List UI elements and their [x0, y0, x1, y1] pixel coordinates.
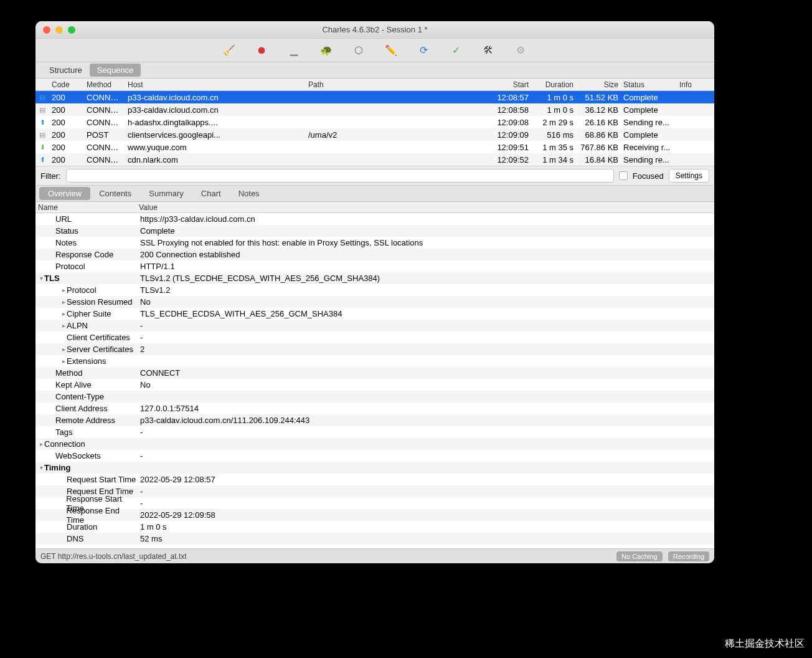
overview-row[interactable]: ▸Cipher SuiteTLS_ECDHE_ECDSA_WITH_AES_25…	[35, 308, 714, 320]
overview-row[interactable]: Kept AliveNo	[35, 379, 714, 391]
turtle-icon[interactable]: 🐢	[321, 45, 332, 56]
maximize-icon[interactable]	[68, 26, 75, 34]
overview-row[interactable]: URLhttps://p33-caldav.icloud.com.cn	[35, 213, 714, 225]
cell-method: CONNECT	[84, 143, 125, 152]
check-icon[interactable]: ✓	[450, 45, 461, 56]
overview-row[interactable]: ▾TLSTLSv1.2 (TLS_ECDHE_ECDSA_WITH_AES_25…	[35, 272, 714, 284]
tab-sequence[interactable]: Sequence	[90, 64, 141, 77]
cell-host: h-adashx.dingtalkapps....	[125, 118, 306, 127]
overview-row[interactable]: Response Start Time-	[35, 497, 714, 509]
disclosure-icon[interactable]: ▸	[38, 441, 44, 447]
cell-status: Sending re...	[621, 155, 677, 164]
table-row[interactable]: ▤200CONNECTp33-caldav.icloud.com.cn12:08…	[35, 103, 714, 116]
col-size[interactable]: Size	[576, 80, 621, 89]
refresh-icon[interactable]: ⟳	[418, 45, 429, 56]
close-icon[interactable]	[43, 26, 50, 34]
cell-status: Receiving r...	[621, 143, 677, 152]
overview-row[interactable]: MethodCONNECT	[35, 367, 714, 379]
overview-row[interactable]: Request Start Time2022-05-29 12:08:57	[35, 474, 714, 485]
disclosure-icon[interactable]: ▸	[60, 310, 67, 317]
titlebar: Charles 4.6.3b2 - Session 1 *	[35, 21, 714, 39]
hex-icon[interactable]: ⬡	[353, 45, 364, 56]
overview-row[interactable]: DNS52 ms	[35, 533, 714, 545]
table-row[interactable]: ▤200CONNECTp33-caldav.icloud.com.cn12:08…	[35, 91, 714, 103]
col-code[interactable]: Code	[49, 80, 84, 89]
disclosure-icon[interactable]: ▸	[60, 346, 67, 353]
tool-icon[interactable]: 🛠	[483, 45, 494, 56]
row-icon: ⬆	[35, 156, 49, 164]
cell-method: CONNECT	[84, 105, 125, 115]
col-path[interactable]: Path	[306, 80, 486, 89]
record-icon[interactable]: ⏺	[256, 45, 267, 56]
cell-method: CONNECT	[84, 93, 125, 102]
overview-row[interactable]: ProtocolHTTP/1.1	[35, 260, 714, 272]
table-row[interactable]: ⬆200CONNECTcdn.nlark.com12:09:521 m 34 s…	[35, 153, 714, 166]
tab-notes[interactable]: Notes	[230, 187, 268, 200]
overview-row[interactable]: Response End Time2022-05-29 12:09:58	[35, 509, 714, 521]
overview-row[interactable]: ▸Extensions	[35, 355, 714, 367]
overview-row[interactable]: Request End Time-	[35, 485, 714, 497]
ov-value: CONNECT	[136, 368, 714, 378]
cell-size: 16.84 KB	[576, 155, 621, 164]
filter-input[interactable]	[66, 169, 614, 183]
ov-col-value[interactable]: Value	[136, 203, 714, 212]
overview-row[interactable]: Client Address127.0.0.1:57514	[35, 403, 714, 414]
table-row[interactable]: ⬇200CONNECTwww.yuque.com12:09:511 m 35 s…	[35, 141, 714, 153]
overview-row[interactable]: Client Certificates-	[35, 331, 714, 343]
overview-row[interactable]: NotesSSL Proxying not enabled for this h…	[35, 237, 714, 249]
throttle-icon[interactable]: ▁	[288, 45, 300, 56]
tab-overview[interactable]: Overview	[39, 187, 90, 200]
gear-icon[interactable]: ⚙	[515, 45, 526, 56]
disclosure-icon[interactable]: ▸	[60, 322, 67, 329]
overview-row[interactable]: ▸Connection	[35, 438, 714, 450]
tab-summary[interactable]: Summary	[140, 187, 192, 200]
disclosure-icon[interactable]: ▾	[38, 275, 44, 282]
wand-icon[interactable]: ✏️	[385, 45, 397, 56]
settings-button[interactable]: Settings	[669, 169, 709, 183]
minimize-icon[interactable]	[55, 26, 63, 34]
overview-row[interactable]: WebSockets-	[35, 450, 714, 462]
table-row[interactable]: ⬆200CONNECTh-adashx.dingtalkapps....12:0…	[35, 116, 714, 128]
ov-value: 127.0.0.1:57514	[136, 404, 714, 413]
disclosure-icon[interactable]: ▾	[38, 464, 44, 471]
disclosure-icon[interactable]: ▸	[60, 298, 67, 305]
tab-structure[interactable]: Structure	[42, 64, 90, 77]
tab-contents[interactable]: Contents	[90, 187, 140, 200]
focused-checkbox[interactable]	[619, 171, 628, 180]
overview-row[interactable]: ▸ALPN-	[35, 320, 714, 331]
overview-row[interactable]: StatusComplete	[35, 225, 714, 237]
row-icon: ▤	[35, 106, 49, 114]
overview-row[interactable]: Duration1 m 0 s	[35, 521, 714, 533]
col-method[interactable]: Method	[84, 80, 125, 89]
tab-chart[interactable]: Chart	[192, 187, 230, 200]
app-window: Charles 4.6.3b2 - Session 1 * 🧹 ⏺ ▁ 🐢 ⬡ …	[35, 21, 714, 563]
ov-name: Tags	[55, 427, 72, 437]
broom-icon[interactable]: 🧹	[224, 45, 235, 56]
disclosure-icon[interactable]: ▸	[60, 358, 67, 365]
ov-name: DNS	[67, 534, 83, 543]
ov-name: Cipher Suite	[67, 309, 111, 318]
overview-row[interactable]: Content-Type	[35, 391, 714, 403]
col-status[interactable]: Status	[621, 80, 677, 89]
table-row[interactable]: ▤200POSTclientservices.googleapi.../uma/…	[35, 128, 714, 141]
overview-row[interactable]: ▸Session ResumedNo	[35, 296, 714, 308]
overview-row[interactable]: ▸ProtocolTLSv1.2	[35, 284, 714, 296]
ov-name: Extensions	[67, 356, 106, 366]
ov-col-name[interactable]: Name	[35, 203, 136, 212]
overview-row[interactable]: Remote Addressp33-caldav.icloud.com.cn/1…	[35, 414, 714, 426]
overview-row[interactable]: Response Code200 Connection established	[35, 249, 714, 260]
ov-name: TLS	[44, 274, 60, 283]
overview-row[interactable]: ▸Server Certificates2	[35, 343, 714, 355]
col-host[interactable]: Host	[125, 80, 306, 89]
col-info[interactable]: Info	[677, 80, 714, 89]
disclosure-icon[interactable]: ▸	[60, 287, 67, 293]
recording-badge[interactable]: Recording	[668, 551, 709, 561]
overview-row[interactable]: Tags-	[35, 426, 714, 438]
cell-start: 12:09:52	[486, 155, 531, 164]
overview-row[interactable]: ▾Timing	[35, 462, 714, 474]
ov-name: Notes	[55, 238, 77, 247]
col-duration[interactable]: Duration	[531, 80, 576, 89]
no-caching-badge[interactable]: No Caching	[616, 551, 662, 561]
statusbar: GET http://res.u-tools.cn/last_updated_a…	[35, 548, 714, 563]
col-start[interactable]: Start	[486, 80, 531, 89]
